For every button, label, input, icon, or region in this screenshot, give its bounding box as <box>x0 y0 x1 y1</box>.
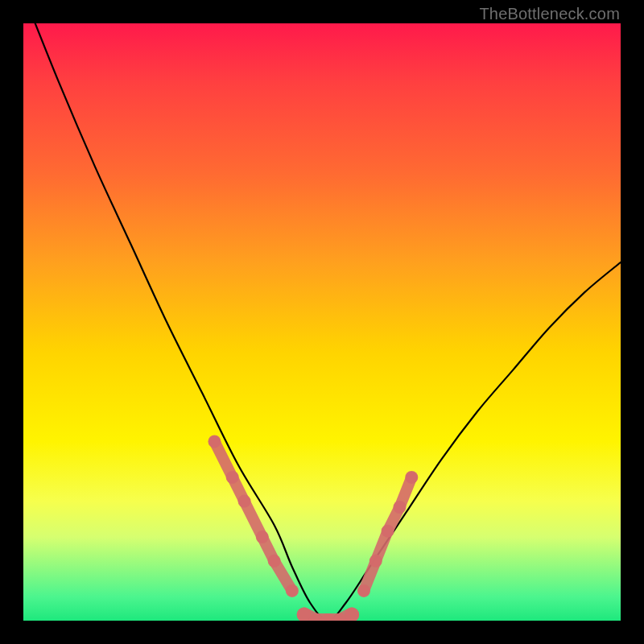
left-dots-dot-1 <box>226 471 239 484</box>
chart-markers <box>208 435 418 621</box>
chart-curve <box>23 23 621 621</box>
left-dots-segment <box>214 441 291 591</box>
chart-frame: TheBottleneck.com <box>0 0 644 644</box>
left-dots-dot-0 <box>208 435 221 448</box>
plot-area <box>23 23 621 621</box>
right-dots-dot-4 <box>405 471 418 484</box>
right-dots-dot-2 <box>382 525 394 538</box>
left-dots-dot-3 <box>256 530 269 543</box>
right-dots-dot-0 <box>357 584 370 597</box>
right-dots-dot-1 <box>369 555 382 568</box>
left-dots-dot-4 <box>268 555 281 568</box>
right-dots-dot-3 <box>393 501 406 514</box>
left-dots-dot-5 <box>286 584 299 597</box>
watermark-text: TheBottleneck.com <box>479 5 620 23</box>
chart-svg <box>23 23 621 621</box>
left-dots-dot-2 <box>238 495 251 508</box>
